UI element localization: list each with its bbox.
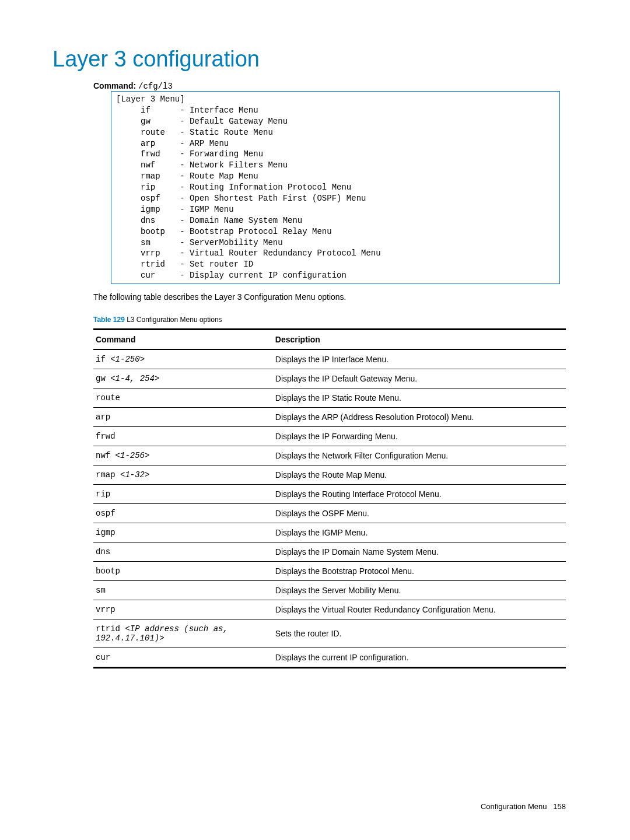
cell-command: ospf bbox=[93, 504, 273, 523]
page-title: Layer 3 configuration bbox=[52, 47, 578, 72]
cell-command: gw <1-4, 254> bbox=[93, 369, 273, 388]
cell-command: if <1-250> bbox=[93, 349, 273, 369]
command-line: Command: /cfg/l3 bbox=[93, 81, 578, 91]
cell-description: Displays the Network Filter Configuratio… bbox=[273, 446, 566, 466]
table-row: rtrid <IP address (such as, 192.4.17.101… bbox=[93, 620, 566, 648]
cell-description: Displays the Virtual Router Redundancy C… bbox=[273, 600, 566, 620]
cell-description: Displays the ARP (Address Resolution Pro… bbox=[273, 408, 566, 427]
table-row: frwdDisplays the IP Forwarding Menu. bbox=[93, 427, 566, 446]
cell-description: Displays the OSPF Menu. bbox=[273, 504, 566, 523]
table-row: ospfDisplays the OSPF Menu. bbox=[93, 504, 566, 523]
cell-description: Displays the Routing Interface Protocol … bbox=[273, 485, 566, 504]
cell-command: route bbox=[93, 388, 273, 408]
table-caption: Table 129 L3 Configuration Menu options bbox=[93, 316, 578, 324]
cell-command: vrrp bbox=[93, 600, 273, 620]
cell-description: Displays the Route Map Menu. bbox=[273, 466, 566, 485]
cell-description: Displays the IP Default Gateway Menu. bbox=[273, 369, 566, 388]
cell-command: sm bbox=[93, 581, 273, 600]
cell-command: rtrid <IP address (such as, 192.4.17.101… bbox=[93, 620, 273, 648]
table-row: gw <1-4, 254>Displays the IP Default Gat… bbox=[93, 369, 566, 388]
table-row: if <1-250>Displays the IP Interface Menu… bbox=[93, 349, 566, 369]
cell-command: cur bbox=[93, 648, 273, 668]
header-command: Command bbox=[93, 330, 273, 350]
cell-command: nwf <1-256> bbox=[93, 446, 273, 466]
cell-description: Displays the Server Mobility Menu. bbox=[273, 581, 566, 600]
table-row: vrrpDisplays the Virtual Router Redundan… bbox=[93, 600, 566, 620]
header-description: Description bbox=[273, 330, 566, 350]
table-row: curDisplays the current IP configuration… bbox=[93, 648, 566, 668]
cell-command: arp bbox=[93, 408, 273, 427]
table-row: routeDisplays the IP Static Route Menu. bbox=[93, 388, 566, 408]
table-row: rmap <1-32>Displays the Route Map Menu. bbox=[93, 466, 566, 485]
cell-command: frwd bbox=[93, 427, 273, 446]
cell-command: rmap <1-32> bbox=[93, 466, 273, 485]
intro-text: The following table describes the Layer … bbox=[93, 292, 578, 302]
footer-page: 158 bbox=[553, 802, 566, 811]
cell-command: dns bbox=[93, 542, 273, 562]
table-row: ripDisplays the Routing Interface Protoc… bbox=[93, 485, 566, 504]
table-row: smDisplays the Server Mobility Menu. bbox=[93, 581, 566, 600]
cell-description: Displays the IP Forwarding Menu. bbox=[273, 427, 566, 446]
table-row: nwf <1-256>Displays the Network Filter C… bbox=[93, 446, 566, 466]
table-number: Table 129 bbox=[93, 316, 125, 324]
cell-description: Displays the IGMP Menu. bbox=[273, 523, 566, 542]
cell-command: rip bbox=[93, 485, 273, 504]
footer-text: Configuration Menu bbox=[481, 802, 547, 811]
table-header-row: Command Description bbox=[93, 330, 566, 350]
cell-description: Sets the router ID. bbox=[273, 620, 566, 648]
table-row: igmpDisplays the IGMP Menu. bbox=[93, 523, 566, 542]
cell-command: igmp bbox=[93, 523, 273, 542]
table-row: arpDisplays the ARP (Address Resolution … bbox=[93, 408, 566, 427]
cell-description: Displays the IP Interface Menu. bbox=[273, 349, 566, 369]
cell-description: Displays the current IP configuration. bbox=[273, 648, 566, 668]
table-row: dnsDisplays the IP Domain Name System Me… bbox=[93, 542, 566, 562]
cell-description: Displays the Bootstrap Protocol Menu. bbox=[273, 562, 566, 581]
page-footer: Configuration Menu 158 bbox=[481, 802, 566, 811]
table-title: L3 Configuration Menu options bbox=[125, 316, 222, 324]
command-value: /cfg/l3 bbox=[138, 82, 173, 91]
command-label: Command: bbox=[93, 81, 136, 90]
table-row: bootpDisplays the Bootstrap Protocol Men… bbox=[93, 562, 566, 581]
cell-command: bootp bbox=[93, 562, 273, 581]
cell-description: Displays the IP Static Route Menu. bbox=[273, 388, 566, 408]
cell-description: Displays the IP Domain Name System Menu. bbox=[273, 542, 566, 562]
terminal-output: [Layer 3 Menu] if - Interface Menu gw - … bbox=[111, 91, 560, 284]
options-table: Command Description if <1-250>Displays t… bbox=[93, 328, 566, 668]
